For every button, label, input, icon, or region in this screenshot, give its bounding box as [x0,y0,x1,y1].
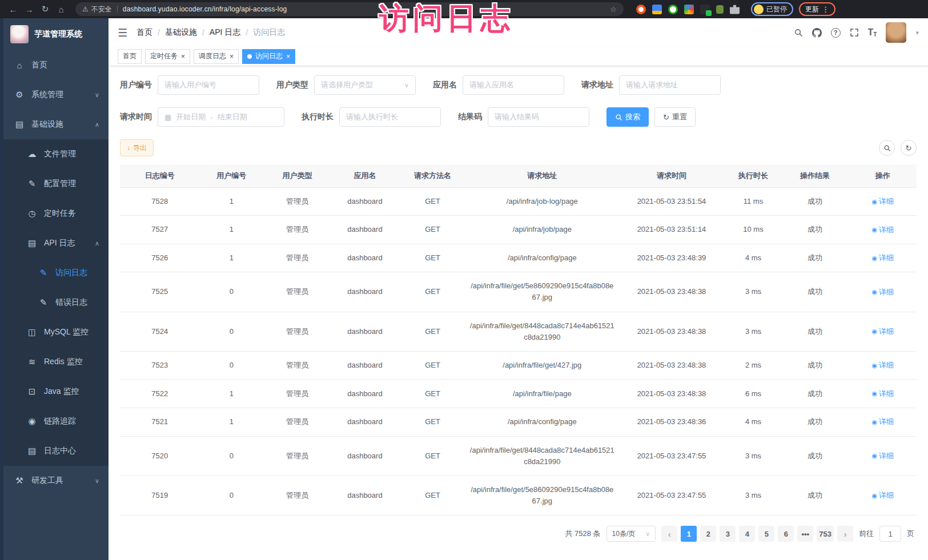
github-icon[interactable] [812,28,822,38]
close-icon[interactable]: × [286,53,290,61]
extension-icon[interactable] [668,5,678,14]
browser-reload-icon[interactable]: ↻ [38,4,53,14]
extension-icon[interactable] [700,5,710,14]
app-name-label: 应用名 [433,80,457,90]
config-icon: ✎ [25,179,39,189]
sidebar-item-infra[interactable]: ▤基础设施∧ [3,110,109,139]
browser-menu-icon[interactable]: ⋮ [822,5,829,14]
page-size-select[interactable]: 10条/页 ∨ [606,526,656,542]
extension-icon[interactable] [716,5,724,14]
goto-page-input[interactable]: 1 [879,526,901,542]
active-tab-dot [247,54,252,59]
bookmark-star-icon[interactable]: ☆ [610,5,617,14]
detail-label: 详细 [879,360,894,371]
extensions-puzzle-icon[interactable] [730,5,740,14]
page-button[interactable]: 1 [681,526,697,542]
more-pages-button[interactable]: ••• [797,526,813,542]
user-avatar[interactable] [886,22,906,43]
action-cell: ◉详细 [849,408,917,437]
page-button[interactable]: 6 [778,526,794,542]
detail-link[interactable]: ◉详细 [871,196,894,207]
eye-icon: ◉ [871,253,877,263]
sidebar-item-java-monitor[interactable]: ⊡Java 监控 [3,377,109,406]
detail-link[interactable]: ◉详细 [871,326,894,337]
view-tab[interactable]: 访问日志× [242,49,295,64]
detail-link[interactable]: ◉详细 [871,252,894,264]
column-header-request-time: 请求时间 [618,164,725,187]
view-tab[interactable]: 首页 [118,49,142,64]
app-name-input[interactable]: 请输入应用名 [463,75,564,95]
extension-icon[interactable] [684,5,694,14]
extension-icon[interactable] [636,5,646,14]
not-secure-icon: ⚠ [82,5,89,13]
breadcrumb-item[interactable]: API 日志 [210,27,240,38]
breadcrumb-item[interactable]: 基础设施 [165,27,197,38]
request-method-cell: GET [399,380,467,408]
date-range-picker[interactable]: ▦ 开始日期 - 结束日期 [158,107,284,127]
next-page-button[interactable]: › [837,526,853,542]
sidebar-item-error-log[interactable]: ✎错误日志 [3,288,109,317]
chevron-down-icon: ∨ [404,82,409,89]
browser-update-button[interactable]: 更新 ⋮ [799,2,835,16]
reset-button[interactable]: ↻ 重置 [654,107,696,127]
export-button[interactable]: ↓ 导出 [120,139,154,156]
result-code-input[interactable]: 请输入结果码 [488,107,589,127]
sidebar-item-trace[interactable]: ◉链路追踪 [3,406,109,436]
detail-link[interactable]: ◉详细 [871,388,894,400]
table-row: 75281管理员dashboardGET/api/infra/job-log/p… [120,187,917,216]
sidebar-item-config-manage[interactable]: ✎配置管理 [3,169,109,199]
detail-link[interactable]: ◉详细 [871,360,894,371]
breadcrumb-item[interactable]: 首页 [136,27,152,38]
view-tab[interactable]: 调度日志× [194,49,239,64]
detail-link[interactable]: ◉详细 [871,416,894,428]
page-button[interactable]: 2 [700,526,716,542]
sidebar-item-system[interactable]: ⚙系统管理∨ [3,80,109,110]
sidebar-item-file-manage[interactable]: ☁文件管理 [3,139,109,169]
address-bar[interactable]: ⚠ 不安全 dashboard.yudao.iocoder.cn/infra/l… [75,2,624,16]
sidebar-item-scheduled-jobs[interactable]: ◷定时任务 [3,199,109,228]
close-icon[interactable]: × [230,53,234,61]
search-button[interactable]: 搜索 [606,107,649,127]
search-icon[interactable] [794,28,803,37]
page-button[interactable]: 4 [739,526,755,542]
sidebar-item-redis-monitor[interactable]: ≋Redis 监控 [3,347,109,377]
sidebar-item-access-log[interactable]: ✎访问日志 [3,258,109,288]
sidebar-item-dev-tools[interactable]: ⚒研发工具∨ [3,466,109,495]
page-button[interactable]: 753 [817,526,834,542]
avatar-caret-icon[interactable]: ▾ [915,29,919,37]
browser-home-icon[interactable]: ⌂ [54,5,69,14]
api-log-icon: ▤ [25,238,39,248]
detail-link[interactable]: ◉详细 [871,490,894,501]
hamburger-icon[interactable]: ☰ [118,26,127,39]
toggle-search-button[interactable] [879,140,895,156]
user-type-cell: 管理员 [263,351,331,380]
fullscreen-icon[interactable] [850,28,859,37]
browser-back-icon[interactable]: ← [6,5,21,14]
sidebar-item-home[interactable]: ⌂首页 [3,50,109,80]
sidebar-item-log-center[interactable]: ▤日志中心 [3,436,109,466]
close-icon[interactable]: × [181,53,185,61]
font-size-icon[interactable]: TT [868,27,877,38]
refresh-table-button[interactable]: ↻ [901,140,917,156]
detail-link[interactable]: ◉详细 [871,287,894,298]
sidebar-item-mysql-monitor[interactable]: ◫MySQL 监控 [3,317,109,347]
detail-link[interactable]: ◉详细 [871,224,894,236]
duration-input[interactable]: 请输入执行时长 [339,107,441,127]
extension-icon[interactable] [652,5,662,14]
docs-help-icon[interactable]: ? [831,28,841,38]
view-tab[interactable]: 定时任务× [145,49,190,64]
page-button[interactable]: 5 [758,526,774,542]
goto-label: 前往 [859,529,874,539]
prev-page-button[interactable]: ‹ [661,526,677,542]
user-type-select[interactable]: 请选择用户类型 ∨ [314,75,416,95]
sidebar-item-api-log[interactable]: ▤API 日志∧ [3,228,109,258]
column-header-duration: 执行时长 [725,164,781,187]
user-id-input[interactable]: 请输入用户编号 [158,75,259,95]
page-button[interactable]: 3 [720,526,736,542]
profile-paused-badge[interactable]: 已暂停 [751,2,793,16]
request-url-input[interactable]: 请输入请求地址 [619,75,721,95]
detail-link[interactable]: ◉详细 [871,450,894,462]
sidebar-item-label: 链路追踪 [44,416,76,426]
sidebar-item-label: API 日志 [44,238,75,248]
browser-forward-icon[interactable]: → [22,5,37,14]
